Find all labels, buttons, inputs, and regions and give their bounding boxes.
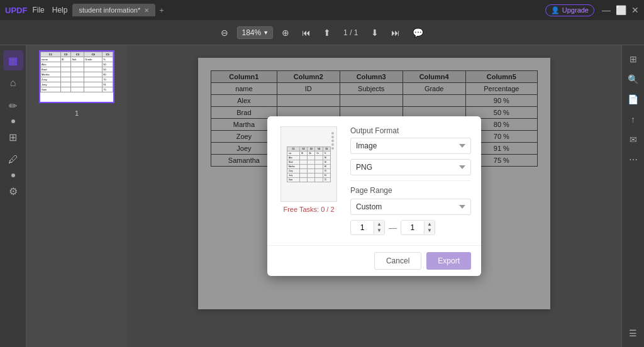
page-from-input-wrap: ▲ ▼ [350, 220, 385, 235]
right-more-icon[interactable]: ⋯ [625, 151, 642, 168]
preview-page: C1C2C3C4C5 nmIDSbGr% Alex90 Brad50 Marth… [280, 126, 337, 202]
page-range-row: ▲ ▼ — ▲ ▼ [350, 220, 471, 235]
zoom-dropdown-icon[interactable]: ▼ [263, 30, 269, 36]
dialog-form: Output Format Image PDF Word PNG JPG BMP [350, 126, 471, 235]
active-tab[interactable]: student information* ✕ [72, 4, 155, 16]
comment-button[interactable]: 💬 [409, 25, 427, 40]
free-tasks-label: Free Tasks: 0 / 2 [283, 206, 334, 213]
last-page-button[interactable]: ⏭ [387, 25, 404, 40]
upgrade-icon: 👤 [551, 6, 560, 14]
right-search-icon[interactable]: 🔍 [625, 70, 642, 88]
minimize-button[interactable]: — [602, 5, 611, 15]
titlebar-right: 👤 Upgrade — ⬜ ✕ [545, 4, 639, 16]
zoom-in-button[interactable]: ⊕ [278, 25, 293, 40]
window-controls: — ⬜ ✕ [602, 5, 639, 15]
close-button[interactable]: ✕ [631, 5, 639, 15]
zoom-out-button[interactable]: ⊖ [217, 25, 232, 40]
form-divider [350, 180, 471, 181]
page-to-input[interactable] [401, 221, 424, 234]
page-from-up[interactable]: ▲ [374, 221, 384, 228]
format-select[interactable]: Image PDF Word [350, 138, 471, 154]
sidebar-form-icon[interactable]: ⊞ [3, 127, 23, 147]
page-to-spinners: ▲ ▼ [424, 221, 435, 234]
sidebar-separator-2 [11, 174, 15, 177]
maximize-button[interactable]: ⬜ [616, 5, 626, 15]
right-sidebar: ⊞ 🔍 📄 ↑ ✉ ⋯ ☰ [621, 45, 644, 347]
tab-bar: student information* ✕ ＋ [72, 4, 165, 16]
left-sidebar: ▦ ⌂ ✏ ⊞ 🖊 ⚙ [0, 45, 26, 347]
titlebar: UPDF File Help student information* ✕ ＋ … [0, 0, 644, 20]
zoom-display: 184% ▼ [237, 26, 273, 39]
range-dash: — [389, 223, 397, 233]
page-thumbnail[interactable]: C1C2C3C4C5 nameIDSubGrade% Alex90 Brad50… [39, 50, 114, 103]
type-select[interactable]: PNG JPG BMP [350, 159, 471, 175]
page-from-input[interactable] [351, 221, 374, 234]
sidebar-tools-icon[interactable]: ⚙ [3, 181, 23, 201]
right-page-icon[interactable]: 📄 [625, 91, 642, 108]
sidebar-edit-icon[interactable]: ▦ [3, 50, 23, 70]
right-table-icon[interactable]: ⊞ [625, 50, 642, 68]
page-from-spinners: ▲ ▼ [374, 221, 384, 234]
first-page-button[interactable]: ⏮ [298, 25, 314, 40]
export-button[interactable]: Export [426, 252, 471, 270]
toolbar: ⊖ 184% ▼ ⊕ ⏮ ⬆ 1 / 1 ⬇ ⏭ 💬 [0, 20, 644, 45]
page-display: 1 / 1 [340, 28, 362, 37]
upgrade-button[interactable]: 👤 Upgrade [545, 4, 594, 16]
right-share-icon[interactable]: ↑ [625, 111, 642, 128]
page-to-down[interactable]: ▼ [425, 228, 435, 234]
new-tab-button[interactable]: ＋ [158, 5, 165, 16]
format-label: Output Format [350, 126, 471, 135]
preview-dots [331, 132, 334, 150]
tab-label: student information* [79, 6, 140, 14]
page-to-input-wrap: ▲ ▼ [401, 220, 435, 235]
export-dialog: C1C2C3C4C5 nmIDSbGr% Alex90 Brad50 Marth… [267, 116, 481, 276]
dialog-preview: C1C2C3C4C5 nmIDSbGr% Alex90 Brad50 Marth… [277, 126, 340, 235]
sidebar-home-icon[interactable]: ⌂ [3, 73, 23, 93]
dialog-footer: Cancel Export [267, 245, 481, 276]
page-range-label: Page Range [350, 186, 471, 195]
right-mail-icon[interactable]: ✉ [625, 131, 642, 148]
tab-close-button[interactable]: ✕ [144, 7, 149, 14]
app-logo: UPDF [5, 6, 27, 15]
help-menu[interactable]: Help [52, 6, 68, 14]
sidebar-annotate-icon[interactable]: ✏ [3, 96, 23, 116]
right-bottom-icon[interactable]: ☰ [625, 324, 642, 342]
next-page-button[interactable]: ⬇ [367, 25, 382, 40]
main-area: ▦ ⌂ ✏ ⊞ 🖊 ⚙ C1C2C3C4C5 nameIDSubGrade% A… [0, 45, 644, 347]
thumbnail-panel: C1C2C3C4C5 nameIDSubGrade% Alex90 Brad50… [26, 45, 127, 347]
thumbnail-page-label: 1 [75, 109, 79, 117]
zoom-level: 184% [242, 28, 261, 37]
menu-bar: File Help [32, 6, 67, 14]
content-area: Column1 Column2 Column3 Column4 Column5 … [127, 45, 621, 347]
page-to-up[interactable]: ▲ [425, 221, 435, 228]
sidebar-sign-icon[interactable]: 🖊 [3, 150, 23, 170]
sidebar-separator-1 [11, 119, 15, 123]
page-range-select[interactable]: Custom All Pages [350, 199, 471, 215]
page-from-down[interactable]: ▼ [374, 228, 384, 234]
prev-page-button[interactable]: ⬆ [319, 25, 335, 40]
cancel-button[interactable]: Cancel [374, 252, 421, 270]
dialog-overlay: C1C2C3C4C5 nmIDSbGr% Alex90 Brad50 Marth… [127, 45, 621, 347]
file-menu[interactable]: File [32, 6, 44, 14]
